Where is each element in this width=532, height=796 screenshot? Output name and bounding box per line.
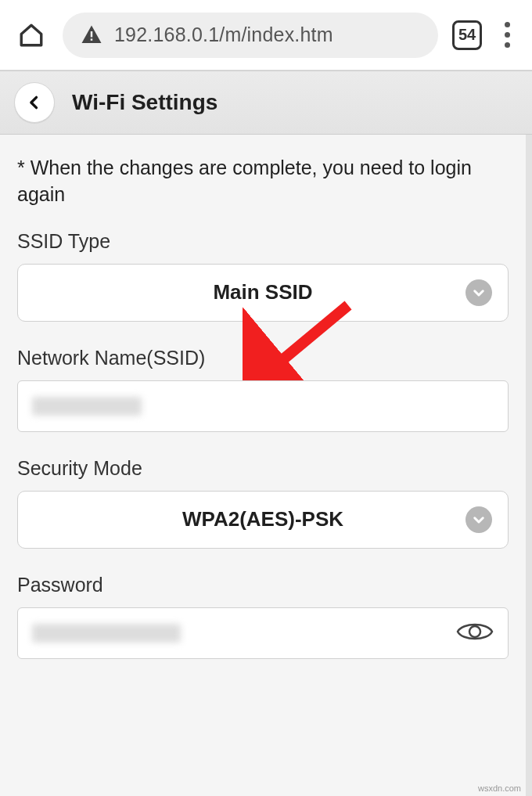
svg-rect-0 bbox=[91, 31, 93, 38]
label-network-name: Network Name(SSID) bbox=[17, 347, 509, 369]
input-network-name[interactable] bbox=[17, 380, 509, 432]
svg-point-3 bbox=[469, 626, 480, 637]
back-button[interactable] bbox=[14, 82, 55, 123]
home-icon bbox=[18, 22, 45, 49]
home-button[interactable] bbox=[14, 18, 49, 52]
input-password[interactable] bbox=[17, 607, 509, 659]
label-security-mode: Security Mode bbox=[17, 457, 509, 480]
tab-count-value: 54 bbox=[458, 26, 476, 44]
url-text: 192.168.0.1/m/index.htm bbox=[114, 23, 333, 46]
redacted-value bbox=[32, 624, 181, 643]
field-security-mode: Security Mode WPA2(AES)-PSK bbox=[17, 457, 509, 549]
page-title: Wi-Fi Settings bbox=[72, 90, 217, 115]
content-area: * When the changes are complete, you nee… bbox=[0, 135, 532, 796]
notice-text: * When the changes are complete, you nee… bbox=[17, 155, 509, 208]
label-ssid-type: SSID Type bbox=[17, 230, 509, 253]
select-security-mode[interactable]: WPA2(AES)-PSK bbox=[17, 491, 509, 549]
select-ssid-type[interactable]: Main SSID bbox=[17, 264, 509, 322]
chevron-down-icon bbox=[466, 279, 492, 306]
label-password: Password bbox=[17, 574, 509, 596]
chevron-down-icon bbox=[466, 506, 492, 533]
field-password: Password bbox=[17, 574, 509, 659]
url-bar[interactable]: 192.168.0.1/m/index.htm bbox=[63, 13, 438, 58]
redacted-value bbox=[32, 397, 142, 416]
select-security-mode-value: WPA2(AES)-PSK bbox=[182, 507, 343, 531]
browser-bar: 192.168.0.1/m/index.htm 54 bbox=[0, 0, 532, 70]
toggle-password-visibility[interactable] bbox=[456, 619, 494, 647]
field-network-name: Network Name(SSID) bbox=[17, 347, 509, 432]
tab-count-button[interactable]: 54 bbox=[452, 20, 482, 50]
select-ssid-type-value: Main SSID bbox=[213, 280, 312, 304]
field-ssid-type: SSID Type Main SSID bbox=[17, 230, 509, 322]
security-warning-icon bbox=[80, 23, 103, 47]
dots-icon bbox=[505, 22, 510, 27]
chevron-left-icon bbox=[27, 95, 42, 110]
svg-rect-1 bbox=[91, 38, 93, 41]
watermark: wsxdn.com bbox=[478, 783, 521, 793]
browser-menu-button[interactable] bbox=[496, 18, 518, 52]
page-header: Wi-Fi Settings bbox=[0, 70, 532, 135]
eye-icon bbox=[456, 619, 494, 644]
